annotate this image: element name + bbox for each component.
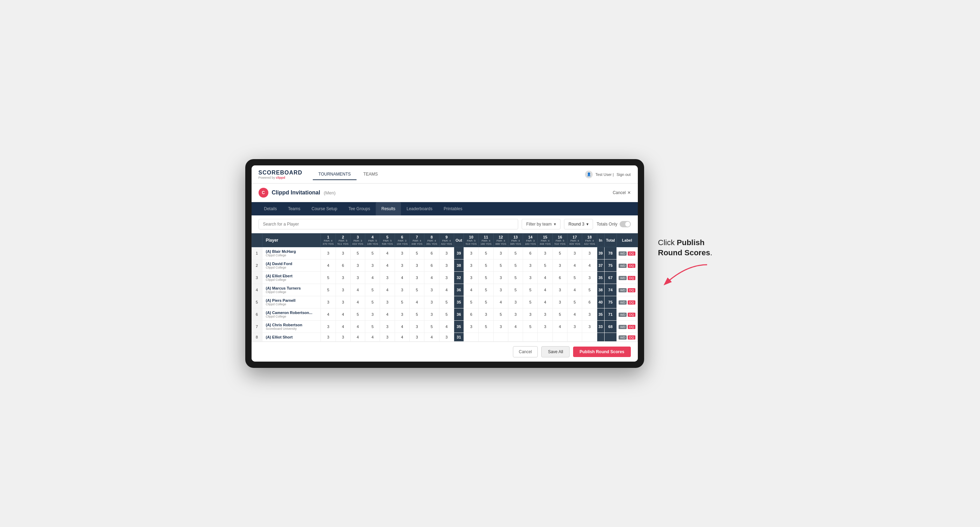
score-cell-front-5[interactable]: 4 [380,308,395,321]
round-select[interactable]: Round 3 ▾ [564,219,593,229]
score-cell-back-4[interactable] [508,333,523,342]
score-cell-back-7[interactable]: 3 [552,259,567,272]
score-cell-front-6[interactable]: 3 [395,284,409,296]
score-cell-back-3[interactable]: 3 [493,321,508,333]
score-cell-back-8[interactable] [568,333,582,342]
score-cell-back-2[interactable] [479,333,493,342]
score-cell-front-8[interactable]: 4 [425,272,439,284]
score-cell-front-6[interactable]: 5 [395,296,409,308]
score-cell-back-8[interactable]: 3 [568,247,582,259]
score-cell-front-6[interactable]: 4 [395,321,409,333]
score-cell-back-7[interactable]: 3 [552,296,567,308]
score-cell-back-1[interactable]: 3 [464,321,479,333]
score-cell-back-5[interactable]: 3 [523,259,538,272]
score-cell-back-4[interactable]: 3 [508,296,523,308]
score-cell-back-2[interactable]: 3 [479,308,493,321]
score-cell-back-7[interactable]: 5 [552,308,567,321]
score-cell-front-7[interactable]: 5 [409,284,424,296]
filter-by-team-select[interactable]: Filter by team ▾ [522,219,560,229]
score-cell-front-4[interactable]: 3 [365,308,380,321]
score-cell-back-3[interactable]: 3 [493,284,508,296]
score-cell-back-8[interactable]: 5 [568,296,582,308]
tab-results[interactable]: Results [376,202,401,216]
score-cell-front-6[interactable]: 4 [395,272,409,284]
score-cell-back-8[interactable]: 3 [568,321,582,333]
dq-badge[interactable]: DQ [628,335,635,340]
score-cell-front-1[interactable]: 3 [321,321,336,333]
score-cell-front-1[interactable]: 5 [321,272,336,284]
score-cell-back-6[interactable]: 3 [538,308,552,321]
score-cell-front-9[interactable]: 3 [439,272,454,284]
score-cell-front-9[interactable]: 5 [439,296,454,308]
dq-badge[interactable]: DQ [628,288,635,292]
score-cell-front-7[interactable]: 3 [409,333,424,342]
score-cell-back-2[interactable]: 5 [479,296,493,308]
score-cell-back-3[interactable] [493,333,508,342]
dq-badge[interactable]: DQ [628,264,635,268]
score-cell-back-6[interactable]: 4 [538,272,552,284]
score-cell-front-9[interactable]: 3 [439,247,454,259]
score-cell-front-9[interactable]: 4 [439,284,454,296]
score-cell-back-4[interactable]: 5 [508,284,523,296]
score-cell-back-4[interactable]: 3 [508,308,523,321]
score-cell-back-8[interactable]: 4 [568,259,582,272]
score-cell-front-2[interactable]: 4 [336,321,350,333]
score-cell-back-5[interactable]: 6 [523,247,538,259]
score-cell-front-1[interactable]: 3 [321,333,336,342]
tab-details[interactable]: Details [259,202,283,216]
score-cell-back-1[interactable]: 5 [464,296,479,308]
score-cell-back-7[interactable]: 4 [552,321,567,333]
score-cell-back-3[interactable]: 3 [493,247,508,259]
score-cell-front-9[interactable]: 5 [439,308,454,321]
score-cell-front-5[interactable]: 3 [380,333,395,342]
publish-round-scores-button[interactable]: Publish Round Scores [573,346,630,357]
score-cell-front-3[interactable]: 4 [350,296,365,308]
score-cell-front-7[interactable]: 5 [409,308,424,321]
score-cell-back-1[interactable]: 6 [464,308,479,321]
score-cell-back-2[interactable]: 5 [479,284,493,296]
score-cell-back-1[interactable] [464,333,479,342]
tab-leaderboards[interactable]: Leaderboards [401,202,438,216]
score-cell-back-9[interactable]: 3 [582,321,597,333]
score-cell-back-4[interactable]: 5 [508,259,523,272]
wd-badge[interactable]: WD [619,251,627,256]
score-cell-back-5[interactable]: 5 [523,296,538,308]
score-cell-back-9[interactable]: 6 [582,296,597,308]
score-cell-front-3[interactable]: 4 [350,284,365,296]
tab-printables[interactable]: Printables [438,202,468,216]
wd-badge[interactable]: WD [619,325,627,329]
wd-badge[interactable]: WD [619,276,627,280]
score-cell-back-2[interactable]: 5 [479,259,493,272]
score-cell-back-4[interactable]: 5 [508,272,523,284]
score-cell-front-7[interactable]: 3 [409,272,424,284]
score-cell-front-1[interactable]: 4 [321,308,336,321]
save-all-button[interactable]: Save All [541,346,570,357]
score-cell-back-4[interactable]: 4 [508,321,523,333]
wd-badge[interactable]: WD [619,313,627,317]
search-input[interactable] [259,219,519,229]
score-cell-front-4[interactable]: 5 [365,284,380,296]
score-cell-front-5[interactable]: 4 [380,259,395,272]
score-cell-front-8[interactable]: 3 [425,284,439,296]
score-cell-back-5[interactable]: 3 [523,308,538,321]
score-cell-front-5[interactable]: 3 [380,321,395,333]
score-cell-back-3[interactable]: 5 [493,259,508,272]
wd-badge[interactable]: WD [619,300,627,305]
score-cell-front-5[interactable]: 4 [380,247,395,259]
tab-course-setup[interactable]: Course Setup [306,202,343,216]
wd-badge[interactable]: WD [619,264,627,268]
score-cell-back-3[interactable]: 4 [493,296,508,308]
tab-tee-groups[interactable]: Tee Groups [343,202,376,216]
score-cell-back-9[interactable]: 3 [582,308,597,321]
score-cell-front-5[interactable]: 3 [380,272,395,284]
score-cell-front-1[interactable]: 5 [321,284,336,296]
score-cell-front-5[interactable]: 3 [380,296,395,308]
score-cell-front-1[interactable]: 3 [321,247,336,259]
score-cell-back-6[interactable]: 5 [538,259,552,272]
score-cell-back-1[interactable]: 3 [464,272,479,284]
score-cell-front-6[interactable]: 3 [395,247,409,259]
totals-toggle-switch[interactable] [620,221,631,227]
score-cell-back-3[interactable]: 5 [493,308,508,321]
score-cell-front-8[interactable]: 4 [425,333,439,342]
score-cell-front-1[interactable]: 4 [321,259,336,272]
